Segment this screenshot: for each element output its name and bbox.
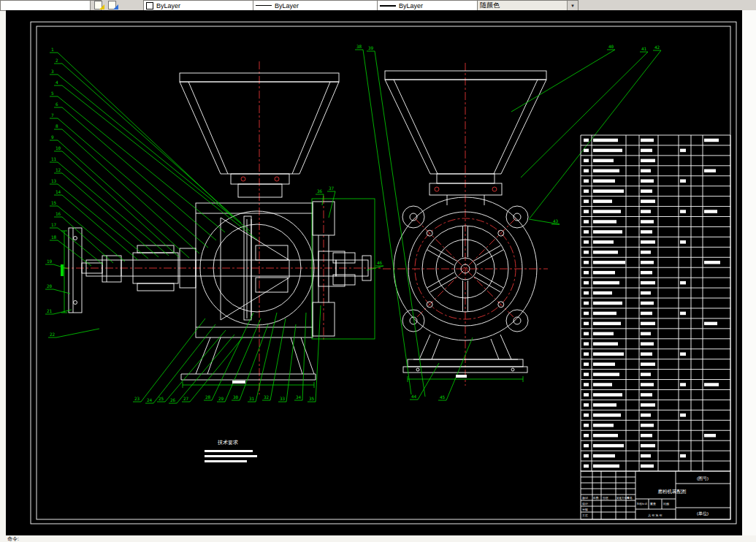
impeller-spoke[interactable]: [430, 277, 457, 292]
part-balloon-number[interactable]: 12: [56, 167, 61, 172]
leader-line[interactable]: [165, 330, 226, 402]
layer-previous-icon[interactable]: [107, 0, 118, 9]
part-balloon-number[interactable]: 27: [183, 396, 189, 401]
part-balloon-number[interactable]: 16: [56, 211, 61, 216]
drawing-canvas[interactable]: 1234567891011121314151617181920212223242…: [6, 10, 742, 535]
part-balloon-number[interactable]: 21: [47, 308, 53, 313]
part-balloon-number[interactable]: 30: [233, 394, 239, 400]
leader-line[interactable]: [286, 324, 296, 402]
layer-control-combo[interactable]: ▼: [0, 0, 102, 11]
dropdown-arrow-icon[interactable]: ▼: [567, 1, 578, 10]
part-balloon-number[interactable]: 42: [654, 45, 660, 50]
linetype-control-combo[interactable]: ByLayer ▼: [253, 0, 389, 11]
part-balloon-number[interactable]: 11: [51, 156, 57, 161]
leader-line[interactable]: [62, 173, 159, 257]
leader-line[interactable]: [256, 313, 277, 402]
part-balloon-number[interactable]: 5: [51, 91, 54, 96]
part-balloon-number[interactable]: 39: [368, 45, 374, 50]
inlet-flange[interactable]: [69, 228, 82, 313]
part-balloon-number[interactable]: 46: [377, 260, 383, 265]
part-balloon-number[interactable]: 18: [51, 234, 57, 240]
part-balloon-number[interactable]: 44: [411, 394, 417, 399]
part-balloon-number[interactable]: 15: [51, 200, 57, 205]
impeller-spoke[interactable]: [474, 245, 500, 261]
part-balloon-number[interactable]: 1: [51, 47, 54, 52]
part-balloon-number[interactable]: 23: [134, 396, 140, 401]
part-balloon-number[interactable]: 4: [56, 80, 58, 85]
impeller-spoke[interactable]: [474, 277, 500, 292]
leader-line[interactable]: [62, 151, 179, 257]
part-balloon-number[interactable]: 43: [553, 218, 559, 224]
part-balloon-number[interactable]: 45: [440, 394, 446, 400]
color-control-combo[interactable]: ByLayer ▼: [143, 0, 264, 11]
part-balloon-number[interactable]: 38: [356, 44, 362, 49]
leader-line[interactable]: [62, 217, 113, 263]
leader-line[interactable]: [58, 75, 250, 231]
part-balloon-number[interactable]: 13: [51, 178, 57, 183]
leader-line[interactable]: [511, 50, 615, 112]
leader-line[interactable]: [153, 324, 215, 403]
leader-line[interactable]: [446, 337, 473, 400]
part-balloon-number[interactable]: 37: [329, 186, 335, 191]
part-balloon-number[interactable]: 2: [56, 58, 58, 63]
impeller-spoke[interactable]: [477, 272, 503, 288]
leader-line[interactable]: [212, 313, 253, 400]
part-balloon-number[interactable]: 33: [280, 396, 286, 401]
impeller-spoke[interactable]: [477, 250, 503, 265]
part-balloon-number[interactable]: 9: [51, 134, 54, 140]
part-balloon-number[interactable]: 17: [51, 222, 57, 227]
leader-line[interactable]: [62, 85, 257, 240]
drawing-frame[interactable]: [31, 22, 736, 524]
part-balloon-number[interactable]: 6: [56, 102, 58, 107]
cad-drawing[interactable]: 1234567891011121314151617181920212223242…: [6, 10, 742, 535]
part-balloon-number[interactable]: 14: [56, 189, 61, 194]
lineweight-control-combo[interactable]: ByLayer ▼: [377, 0, 489, 11]
hopper-right[interactable]: [385, 71, 546, 205]
part-balloon-number[interactable]: 28: [205, 394, 211, 400]
right-view-front[interactable]: [385, 71, 546, 373]
part-balloon-number[interactable]: 10: [56, 145, 61, 150]
leader-line[interactable]: [316, 305, 321, 402]
leader-line[interactable]: [375, 51, 425, 397]
part-balloon-number[interactable]: 34: [296, 394, 302, 400]
part-balloon-number[interactable]: 35: [309, 396, 315, 401]
part-balloon-number[interactable]: 26: [170, 397, 176, 402]
leader-line[interactable]: [530, 50, 661, 218]
plotstyle-control-combo[interactable]: 随颜色 ▼: [477, 0, 579, 11]
dimensions[interactable]: [61, 231, 523, 388]
technical-requirements[interactable]: 技术要求: [205, 440, 257, 462]
leader-line[interactable]: [58, 96, 225, 232]
part-balloon-number[interactable]: 36: [317, 188, 323, 194]
left-view-section[interactable]: [69, 73, 375, 380]
impeller-spoke[interactable]: [427, 250, 454, 265]
leader-line[interactable]: [62, 107, 216, 240]
part-balloon-number[interactable]: 41: [641, 46, 647, 51]
leader-line[interactable]: [225, 318, 261, 402]
impeller-spoke[interactable]: [430, 245, 457, 261]
leader-line[interactable]: [240, 324, 268, 400]
leader-line[interactable]: [58, 206, 125, 262]
pulley-section[interactable]: [312, 199, 375, 339]
leader-line[interactable]: [53, 289, 70, 294]
part-balloon-number[interactable]: 8: [56, 123, 58, 129]
leader-line[interactable]: [58, 140, 189, 258]
leader-line[interactable]: [58, 240, 91, 266]
part-balloon-number[interactable]: 25: [159, 396, 164, 401]
leader-line[interactable]: [56, 329, 99, 337]
part-balloon-number[interactable]: 22: [50, 332, 56, 337]
command-prompt[interactable]: 命令:: [7, 536, 19, 541]
part-leaders[interactable]: 1234567891011121314151617181920212223242…: [45, 44, 661, 403]
part-balloon-number[interactable]: 32: [264, 394, 270, 400]
part-balloon-number[interactable]: 20: [47, 283, 53, 289]
part-balloon-number[interactable]: 19: [47, 259, 53, 264]
part-balloon-number[interactable]: 31: [249, 396, 255, 401]
parts-list-table[interactable]: [581, 135, 730, 471]
part-balloon-number[interactable]: 3: [51, 69, 54, 74]
part-balloon-number[interactable]: 24: [147, 397, 153, 402]
leader-line[interactable]: [177, 335, 234, 403]
impeller-spoke[interactable]: [427, 272, 454, 288]
part-balloon-number[interactable]: 7: [51, 112, 54, 118]
title-block[interactable]: (图号)磨粉机装配图(单位)共 张 第 张阶段标记重量比例标记处数分区更改文件号…: [581, 471, 730, 519]
part-balloon-number[interactable]: 29: [218, 396, 224, 401]
make-object-layer-current-icon[interactable]: [93, 0, 104, 9]
